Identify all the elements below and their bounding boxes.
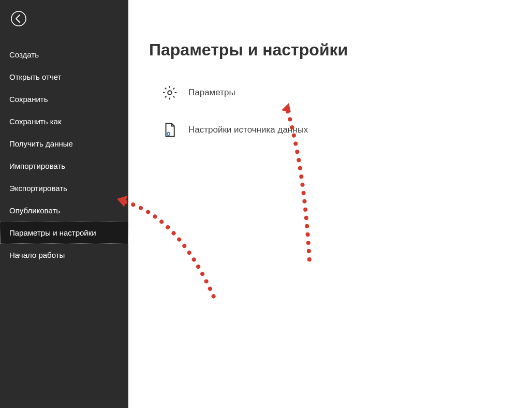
main-panel: Параметры и настройки Параметры Настройк… xyxy=(128,0,532,408)
sidebar-item-publish[interactable]: Опубликовать xyxy=(0,199,128,222)
sidebar: Создать Открыть отчет Сохранить Сохранит… xyxy=(0,0,128,408)
sidebar-item-getting-started[interactable]: Начало работы xyxy=(0,244,128,266)
sidebar-item-import[interactable]: Импортировать xyxy=(0,155,128,177)
option-parameters[interactable]: Параметры xyxy=(149,84,511,101)
sidebar-item-save-as[interactable]: Сохранить как xyxy=(0,110,128,133)
page-title: Параметры и настройки xyxy=(149,40,511,60)
sidebar-item-label: Получить данные xyxy=(9,139,73,148)
sidebar-item-label: Параметры и настройки xyxy=(9,228,96,237)
option-label: Настройки источника данных xyxy=(188,125,308,135)
sidebar-item-save[interactable]: Сохранить xyxy=(0,88,128,110)
sidebar-item-label: Создать xyxy=(9,50,39,59)
sidebar-item-label: Сохранить xyxy=(9,95,48,104)
sidebar-item-get-data[interactable]: Получить данные xyxy=(0,133,128,155)
option-label: Параметры xyxy=(188,88,235,98)
sidebar-item-label: Открыть отчет xyxy=(9,72,62,81)
sidebar-item-label: Сохранить как xyxy=(9,117,62,126)
sidebar-item-label: Начало работы xyxy=(9,251,65,259)
option-data-source-settings[interactable]: Настройки источника данных xyxy=(149,122,511,138)
sidebar-item-label: Импортировать xyxy=(9,162,65,170)
sidebar-item-export[interactable]: Экспортировать xyxy=(0,177,128,199)
sidebar-item-create[interactable]: Создать xyxy=(0,43,128,66)
document-gear-icon xyxy=(161,122,178,138)
back-button[interactable] xyxy=(9,10,28,29)
sidebar-item-label: Опубликовать xyxy=(9,206,60,215)
back-arrow-icon xyxy=(10,10,27,29)
annotation-arrow-left xyxy=(112,192,236,316)
sidebar-item-label: Экспортировать xyxy=(9,184,67,193)
svg-point-0 xyxy=(11,11,26,26)
svg-point-1 xyxy=(168,91,172,95)
sidebar-item-open-report[interactable]: Открыть отчет xyxy=(0,66,128,88)
sidebar-item-options-settings[interactable]: Параметры и настройки xyxy=(0,222,128,244)
gear-icon xyxy=(161,84,178,101)
